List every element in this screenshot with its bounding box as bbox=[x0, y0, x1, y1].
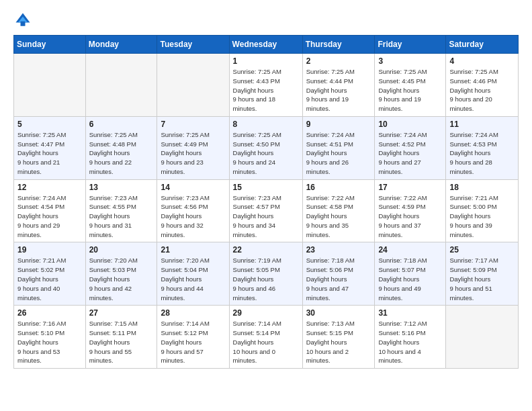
page: SundayMondayTuesdayWednesdayThursdayFrid… bbox=[0, 0, 532, 379]
calendar-week-row: 12Sunrise: 7:24 AMSunset: 4:54 PMDayligh… bbox=[14, 179, 519, 242]
weekday-header-sunday: Sunday bbox=[14, 36, 86, 54]
day-number: 14 bbox=[161, 183, 225, 192]
day-number: 2 bbox=[306, 56, 371, 66]
day-number: 8 bbox=[233, 120, 299, 129]
weekday-header-wednesday: Wednesday bbox=[229, 36, 302, 54]
day-info: Sunrise: 7:24 AMSunset: 4:53 PMDaylight … bbox=[449, 130, 515, 177]
day-number: 15 bbox=[233, 183, 299, 192]
day-info: Sunrise: 7:25 AMSunset: 4:45 PMDaylight … bbox=[378, 67, 442, 113]
day-info: Sunrise: 7:24 AMSunset: 4:51 PMDaylight … bbox=[306, 130, 371, 177]
day-info: Sunrise: 7:24 AMSunset: 4:52 PMDaylight … bbox=[378, 130, 442, 177]
day-info: Sunrise: 7:18 AMSunset: 5:07 PMDaylight … bbox=[378, 256, 442, 302]
day-number: 19 bbox=[17, 245, 82, 255]
calendar-cell: 18Sunrise: 7:21 AMSunset: 5:00 PMDayligh… bbox=[446, 179, 519, 242]
day-info: Sunrise: 7:21 AMSunset: 5:00 PMDaylight … bbox=[449, 193, 515, 240]
day-number: 25 bbox=[449, 245, 515, 255]
weekday-header-row: SundayMondayTuesdayWednesdayThursdayFrid… bbox=[14, 36, 519, 54]
day-info: Sunrise: 7:25 AMSunset: 4:47 PMDaylight … bbox=[17, 130, 82, 177]
day-info: Sunrise: 7:23 AMSunset: 4:57 PMDaylight … bbox=[233, 193, 299, 240]
day-info: Sunrise: 7:14 AMSunset: 5:12 PMDaylight … bbox=[161, 319, 225, 365]
calendar-cell bbox=[446, 306, 519, 369]
calendar-table: SundayMondayTuesdayWednesdayThursdayFrid… bbox=[13, 35, 519, 369]
day-info: Sunrise: 7:25 AMSunset: 4:44 PMDaylight … bbox=[306, 67, 371, 113]
day-info: Sunrise: 7:22 AMSunset: 4:59 PMDaylight … bbox=[378, 193, 442, 240]
day-number: 23 bbox=[306, 245, 371, 255]
day-info: Sunrise: 7:25 AMSunset: 4:49 PMDaylight … bbox=[161, 130, 225, 177]
day-info: Sunrise: 7:25 AMSunset: 4:50 PMDaylight … bbox=[233, 130, 299, 177]
day-info: Sunrise: 7:21 AMSunset: 5:02 PMDaylight … bbox=[17, 256, 82, 302]
day-info: Sunrise: 7:13 AMSunset: 5:15 PMDaylight … bbox=[306, 319, 371, 365]
calendar-cell bbox=[157, 54, 229, 117]
day-number: 21 bbox=[161, 245, 225, 255]
calendar-cell: 21Sunrise: 7:20 AMSunset: 5:04 PMDayligh… bbox=[157, 242, 229, 306]
calendar-cell: 12Sunrise: 7:24 AMSunset: 4:54 PMDayligh… bbox=[14, 179, 86, 242]
day-number: 1 bbox=[233, 56, 299, 66]
calendar-cell: 4Sunrise: 7:25 AMSunset: 4:46 PMDaylight… bbox=[446, 54, 519, 117]
day-info: Sunrise: 7:23 AMSunset: 4:55 PMDaylight … bbox=[89, 193, 154, 240]
logo bbox=[13, 11, 35, 30]
day-info: Sunrise: 7:25 AMSunset: 4:48 PMDaylight … bbox=[89, 130, 154, 177]
calendar-cell: 20Sunrise: 7:20 AMSunset: 5:03 PMDayligh… bbox=[85, 242, 157, 306]
day-number: 4 bbox=[449, 56, 515, 66]
day-number: 5 bbox=[17, 120, 82, 129]
day-number: 17 bbox=[378, 183, 442, 192]
calendar-cell: 31Sunrise: 7:12 AMSunset: 5:16 PMDayligh… bbox=[375, 306, 446, 369]
svg-rect-2 bbox=[21, 21, 26, 26]
calendar-week-row: 26Sunrise: 7:16 AMSunset: 5:10 PMDayligh… bbox=[14, 306, 519, 369]
calendar-cell: 9Sunrise: 7:24 AMSunset: 4:51 PMDaylight… bbox=[302, 116, 375, 179]
calendar-cell: 8Sunrise: 7:25 AMSunset: 4:50 PMDaylight… bbox=[229, 116, 302, 179]
day-number: 26 bbox=[17, 308, 82, 318]
calendar-week-row: 19Sunrise: 7:21 AMSunset: 5:02 PMDayligh… bbox=[14, 242, 519, 306]
day-number: 31 bbox=[378, 308, 442, 318]
day-info: Sunrise: 7:17 AMSunset: 5:09 PMDaylight … bbox=[449, 256, 515, 302]
calendar-cell: 24Sunrise: 7:18 AMSunset: 5:07 PMDayligh… bbox=[375, 242, 446, 306]
calendar-cell: 15Sunrise: 7:23 AMSunset: 4:57 PMDayligh… bbox=[229, 179, 302, 242]
weekday-header-tuesday: Tuesday bbox=[157, 36, 229, 54]
calendar-cell: 3Sunrise: 7:25 AMSunset: 4:45 PMDaylight… bbox=[375, 54, 446, 117]
calendar-cell: 1Sunrise: 7:25 AMSunset: 4:43 PMDaylight… bbox=[229, 54, 302, 117]
day-info: Sunrise: 7:14 AMSunset: 5:14 PMDaylight … bbox=[233, 319, 299, 365]
weekday-header-thursday: Thursday bbox=[302, 36, 375, 54]
day-info: Sunrise: 7:24 AMSunset: 4:54 PMDaylight … bbox=[17, 193, 82, 240]
calendar-cell: 23Sunrise: 7:18 AMSunset: 5:06 PMDayligh… bbox=[302, 242, 375, 306]
day-number: 27 bbox=[89, 308, 154, 318]
weekday-header-saturday: Saturday bbox=[446, 36, 519, 54]
calendar-week-row: 1Sunrise: 7:25 AMSunset: 4:43 PMDaylight… bbox=[14, 54, 519, 117]
day-number: 7 bbox=[161, 120, 225, 129]
day-number: 9 bbox=[306, 120, 371, 129]
day-number: 30 bbox=[306, 308, 371, 318]
calendar-cell: 14Sunrise: 7:23 AMSunset: 4:56 PMDayligh… bbox=[157, 179, 229, 242]
day-info: Sunrise: 7:23 AMSunset: 4:56 PMDaylight … bbox=[161, 193, 225, 240]
day-info: Sunrise: 7:22 AMSunset: 4:58 PMDaylight … bbox=[306, 193, 371, 240]
calendar-cell: 25Sunrise: 7:17 AMSunset: 5:09 PMDayligh… bbox=[446, 242, 519, 306]
calendar-cell: 28Sunrise: 7:14 AMSunset: 5:12 PMDayligh… bbox=[157, 306, 229, 369]
calendar-cell: 13Sunrise: 7:23 AMSunset: 4:55 PMDayligh… bbox=[85, 179, 157, 242]
day-number: 6 bbox=[89, 120, 154, 129]
day-info: Sunrise: 7:18 AMSunset: 5:06 PMDaylight … bbox=[306, 256, 371, 302]
day-number: 18 bbox=[449, 183, 515, 192]
logo-icon bbox=[13, 11, 32, 30]
day-number: 20 bbox=[89, 245, 154, 255]
day-number: 22 bbox=[233, 245, 299, 255]
calendar-cell: 26Sunrise: 7:16 AMSunset: 5:10 PMDayligh… bbox=[14, 306, 86, 369]
day-number: 28 bbox=[161, 308, 225, 318]
calendar-cell: 6Sunrise: 7:25 AMSunset: 4:48 PMDaylight… bbox=[85, 116, 157, 179]
day-info: Sunrise: 7:15 AMSunset: 5:11 PMDaylight … bbox=[89, 319, 154, 365]
day-info: Sunrise: 7:20 AMSunset: 5:03 PMDaylight … bbox=[89, 256, 154, 302]
weekday-header-monday: Monday bbox=[85, 36, 157, 54]
day-number: 29 bbox=[233, 308, 299, 318]
calendar-cell: 30Sunrise: 7:13 AMSunset: 5:15 PMDayligh… bbox=[302, 306, 375, 369]
day-info: Sunrise: 7:19 AMSunset: 5:05 PMDaylight … bbox=[233, 256, 299, 302]
calendar-cell: 17Sunrise: 7:22 AMSunset: 4:59 PMDayligh… bbox=[375, 179, 446, 242]
calendar-cell bbox=[85, 54, 157, 117]
calendar-cell: 7Sunrise: 7:25 AMSunset: 4:49 PMDaylight… bbox=[157, 116, 229, 179]
calendar-cell: 10Sunrise: 7:24 AMSunset: 4:52 PMDayligh… bbox=[375, 116, 446, 179]
calendar-cell: 16Sunrise: 7:22 AMSunset: 4:58 PMDayligh… bbox=[302, 179, 375, 242]
header bbox=[13, 11, 519, 30]
day-number: 13 bbox=[89, 183, 154, 192]
calendar-cell: 11Sunrise: 7:24 AMSunset: 4:53 PMDayligh… bbox=[446, 116, 519, 179]
calendar-week-row: 5Sunrise: 7:25 AMSunset: 4:47 PMDaylight… bbox=[14, 116, 519, 179]
calendar-cell: 22Sunrise: 7:19 AMSunset: 5:05 PMDayligh… bbox=[229, 242, 302, 306]
day-number: 24 bbox=[378, 245, 442, 255]
day-number: 10 bbox=[378, 120, 442, 129]
